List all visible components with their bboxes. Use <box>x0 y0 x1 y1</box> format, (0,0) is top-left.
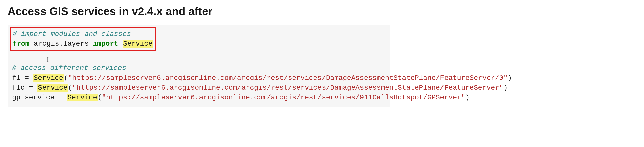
var-name: gp_service <box>12 94 54 101</box>
string-literal: "https://sampleserver6.arcgisonline.com/… <box>68 74 507 82</box>
paren-close: ) <box>503 84 508 92</box>
string-literal: "https://sampleserver6.arcgisonline.com/… <box>72 84 503 92</box>
equals: = <box>54 94 67 101</box>
paren-open: ( <box>64 74 68 82</box>
call-name: Service <box>37 84 68 92</box>
module-name: arcgis.layers <box>34 40 89 48</box>
highlight-box: # import modules and classes from arcgis… <box>10 27 156 51</box>
call-name: Service <box>33 74 64 82</box>
equals: = <box>25 84 37 92</box>
code-comment: # import modules and classes <box>13 30 131 38</box>
var-name: flc <box>12 84 25 92</box>
class-name: Service <box>123 40 153 48</box>
equals: = <box>21 74 33 82</box>
paren-open: ( <box>68 84 72 92</box>
code-comment: # access different services <box>12 64 126 72</box>
string-literal: "https://sampleserver6.arcgisonline.com/… <box>102 94 465 101</box>
paren-open: ( <box>98 94 102 101</box>
var-name: fl <box>12 74 21 82</box>
keyword-from: from <box>13 40 29 48</box>
paren-close: ) <box>508 74 512 82</box>
call-name: Service <box>67 94 98 101</box>
text-cursor-icon: I <box>47 54 49 65</box>
code-block: # import modules and classes from arcgis… <box>8 25 390 107</box>
paren-close: ) <box>465 94 470 101</box>
keyword-import: import <box>93 40 118 48</box>
section-heading: Access GIS services in v2.4.x and after <box>8 5 636 18</box>
